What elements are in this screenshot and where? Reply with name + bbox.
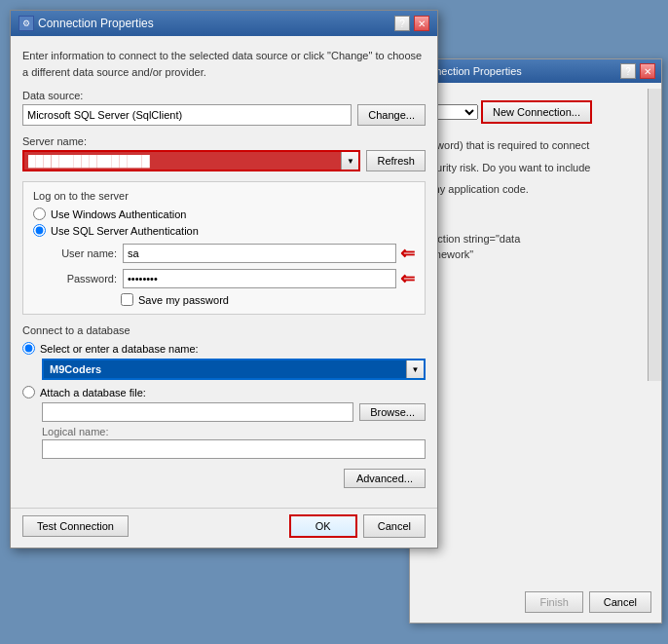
bg-dropdown-row: New Connection...: [420, 93, 651, 132]
dialog-title: Connection Properties: [38, 17, 154, 30]
bg-cancel-button[interactable]: Cancel: [589, 591, 651, 613]
connection-properties-dialog: ⚙ Connection Properties ? ✕ Enter inform…: [10, 10, 438, 549]
titlebar-left: ⚙ Connection Properties: [19, 16, 154, 31]
db-combo-value: M9Coders: [44, 360, 406, 378]
servername-label: Server name:: [22, 135, 426, 147]
attach-file-input[interactable]: [42, 402, 353, 422]
select-db-label: Select or enter a database name:: [40, 343, 199, 355]
windows-auth-radio[interactable]: [33, 208, 46, 220]
cancel-button[interactable]: Cancel: [363, 514, 426, 538]
bg-scrollbar[interactable]: [648, 89, 661, 381]
save-password-row: Save my password: [33, 293, 415, 306]
dialog-titlebar: ⚙ Connection Properties ? ✕: [11, 11, 437, 36]
select-db-radio[interactable]: [22, 342, 35, 355]
db-combo-dropdown-icon[interactable]: ▼: [406, 360, 424, 378]
save-password-label: Save my password: [138, 294, 229, 306]
attach-db-row: Attach a database file:: [22, 386, 426, 398]
username-input[interactable]: [123, 244, 396, 263]
sql-auth-label: Use SQL Server Authentication: [51, 225, 199, 237]
server-combo-wrapper[interactable]: ████████████████ ▼: [22, 150, 360, 171]
password-row: Password: ⇐: [53, 268, 415, 289]
username-row: User name: ⇐: [53, 243, 415, 264]
dialog-titlebar-buttons: ? ✕: [394, 16, 429, 31]
bg-text-2: security risk. Do you want to include: [420, 160, 651, 176]
dialog-help-button[interactable]: ?: [394, 16, 410, 31]
bg-text-3: in my application code.: [420, 181, 651, 198]
database-section: Connect to a database Select or enter a …: [22, 324, 426, 459]
background-window: Connection Properties ? ✕ New Connection…: [409, 58, 662, 624]
server-name-row: ████████████████ ▼ Refresh: [22, 150, 426, 171]
bg-bottom-buttons: Finish Cancel: [525, 591, 651, 613]
server-combo-value: ████████████████: [24, 152, 341, 170]
dialog-body: Enter information to connect to the sele…: [11, 36, 437, 508]
logical-name-label: Logical name:: [42, 426, 426, 437]
sql-auth-radio[interactable]: [33, 224, 46, 237]
credentials-grid: User name: ⇐ Password: ⇐: [33, 243, 415, 289]
conn-string-line2: framework": [420, 246, 651, 263]
finish-button[interactable]: Finish: [525, 591, 582, 613]
password-arrow-icon: ⇐: [400, 268, 415, 289]
password-input-wrapper: ⇐: [123, 268, 415, 289]
save-password-checkbox[interactable]: [121, 293, 133, 306]
datasource-input[interactable]: [22, 104, 352, 126]
advanced-button[interactable]: Advanced...: [344, 469, 426, 488]
test-connection-button[interactable]: Test Connection: [22, 515, 129, 537]
bg-text-1: assword) that is required to connect: [420, 137, 651, 154]
browse-button[interactable]: Browse...: [359, 403, 426, 421]
db-section-title: Connect to a database: [22, 324, 426, 336]
bg-help-button[interactable]: ?: [620, 63, 636, 79]
conn-string-area: nnection string="data framework": [420, 231, 651, 263]
password-label: Password:: [53, 273, 123, 284]
dialog-intro-text: Enter information to connect to the sele…: [22, 48, 426, 80]
advanced-row: Advanced...: [22, 469, 426, 488]
bg-close-button[interactable]: ✕: [640, 63, 655, 79]
new-connection-button[interactable]: New Connection...: [481, 100, 592, 124]
bg-window-body: New Connection... assword) that is requi…: [410, 83, 661, 273]
datasource-label: Data source:: [22, 90, 426, 101]
db-combo-wrapper[interactable]: M9Coders ▼: [42, 359, 426, 380]
logical-name-wrapper: [42, 439, 426, 459]
change-button[interactable]: Change...: [357, 104, 426, 126]
attach-db-radio[interactable]: [22, 386, 35, 398]
sql-auth-row: Use SQL Server Authentication: [33, 224, 415, 237]
attach-db-label: Attach a database file:: [40, 387, 146, 398]
server-combo-dropdown-icon[interactable]: ▼: [341, 152, 358, 170]
logon-section-title: Log on to the server: [33, 190, 415, 202]
ok-button[interactable]: OK: [289, 514, 357, 538]
conn-string-line1: nnection string="data: [420, 231, 651, 247]
dialog-footer: Test Connection OK Cancel: [11, 508, 437, 548]
refresh-button[interactable]: Refresh: [366, 150, 426, 171]
bg-window-titlebar: Connection Properties ? ✕: [410, 59, 661, 83]
windows-auth-label: Use Windows Authentication: [51, 208, 186, 220]
attach-input-row: Browse...: [42, 402, 426, 422]
datasource-row: Change...: [22, 104, 426, 126]
dialog-icon: ⚙: [19, 16, 34, 31]
windows-auth-row: Use Windows Authentication: [33, 208, 415, 220]
select-db-row: Select or enter a database name:: [22, 342, 426, 355]
username-label: User name:: [53, 247, 123, 259]
username-arrow-icon: ⇐: [400, 243, 415, 264]
bg-titlebar-buttons: ? ✕: [620, 63, 655, 79]
dialog-close-button[interactable]: ✕: [414, 16, 429, 31]
logon-section: Log on to the server Use Windows Authent…: [22, 181, 426, 315]
username-input-wrapper: ⇐: [123, 243, 415, 264]
logical-name-input[interactable]: [42, 439, 426, 459]
password-input[interactable]: [123, 269, 396, 288]
footer-right-buttons: OK Cancel: [289, 514, 426, 538]
